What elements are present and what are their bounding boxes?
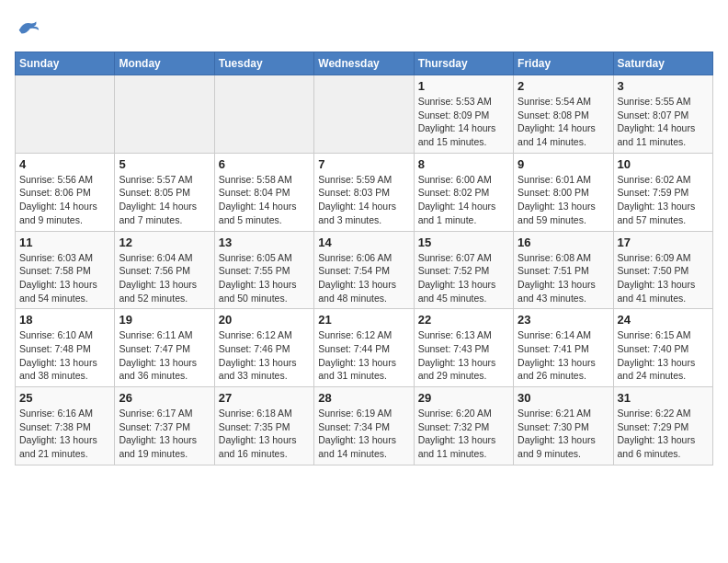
day-number: 14 (318, 236, 409, 249)
calendar-cell: 3Sunrise: 5:55 AM Sunset: 8:07 PM Daylig… (613, 75, 712, 154)
day-number: 5 (119, 157, 210, 171)
calendar-cell: 21Sunrise: 6:12 AM Sunset: 7:44 PM Dayli… (314, 309, 414, 387)
day-info: Sunrise: 6:11 AM Sunset: 7:47 PM Dayligh… (119, 328, 210, 383)
calendar-cell: 26Sunrise: 6:17 AM Sunset: 7:37 PM Dayli… (115, 387, 214, 465)
calendar-cell: 1Sunrise: 5:53 AM Sunset: 8:09 PM Daylig… (414, 75, 513, 154)
day-info: Sunrise: 6:08 AM Sunset: 7:51 PM Dayligh… (518, 251, 609, 305)
day-info: Sunrise: 6:03 AM Sunset: 7:58 PM Dayligh… (19, 251, 110, 305)
calendar-cell (115, 75, 214, 154)
calendar-cell: 17Sunrise: 6:09 AM Sunset: 7:50 PM Dayli… (613, 231, 712, 309)
day-number: 30 (518, 391, 609, 405)
day-info: Sunrise: 6:07 AM Sunset: 7:52 PM Dayligh… (418, 251, 509, 305)
calendar-cell: 13Sunrise: 6:05 AM Sunset: 7:55 PM Dayli… (214, 231, 313, 309)
page-header (15, 15, 713, 40)
column-header-sunday: Sunday (16, 52, 115, 75)
day-number: 4 (19, 157, 110, 171)
day-info: Sunrise: 6:22 AM Sunset: 7:29 PM Dayligh… (618, 407, 709, 461)
day-info: Sunrise: 5:54 AM Sunset: 8:08 PM Dayligh… (518, 95, 609, 149)
calendar-cell: 10Sunrise: 6:02 AM Sunset: 7:59 PM Dayli… (613, 153, 712, 231)
calendar-table: SundayMondayTuesdayWednesdayThursdayFrid… (15, 52, 713, 465)
day-number: 2 (518, 79, 609, 93)
calendar-week-4: 18Sunrise: 6:10 AM Sunset: 7:48 PM Dayli… (16, 309, 713, 387)
day-info: Sunrise: 6:19 AM Sunset: 7:34 PM Dayligh… (318, 407, 409, 461)
calendar-cell: 9Sunrise: 6:01 AM Sunset: 8:00 PM Daylig… (514, 153, 613, 231)
calendar-cell: 5Sunrise: 5:57 AM Sunset: 8:05 PM Daylig… (115, 153, 214, 231)
day-number: 15 (418, 236, 509, 249)
calendar-cell: 27Sunrise: 6:18 AM Sunset: 7:35 PM Dayli… (214, 387, 313, 465)
calendar-week-3: 11Sunrise: 6:03 AM Sunset: 7:58 PM Dayli… (16, 231, 713, 309)
calendar-cell: 18Sunrise: 6:10 AM Sunset: 7:48 PM Dayli… (16, 309, 115, 387)
day-number: 25 (19, 391, 110, 405)
calendar-cell: 19Sunrise: 6:11 AM Sunset: 7:47 PM Dayli… (115, 309, 214, 387)
calendar-header-row: SundayMondayTuesdayWednesdayThursdayFrid… (16, 52, 713, 75)
calendar-cell: 25Sunrise: 6:16 AM Sunset: 7:38 PM Dayli… (16, 387, 115, 465)
calendar-cell: 14Sunrise: 6:06 AM Sunset: 7:54 PM Dayli… (314, 231, 414, 309)
calendar-cell (314, 75, 414, 154)
day-info: Sunrise: 6:12 AM Sunset: 7:46 PM Dayligh… (219, 328, 310, 383)
day-info: Sunrise: 6:02 AM Sunset: 7:59 PM Dayligh… (618, 173, 709, 227)
calendar-cell (16, 75, 115, 154)
day-info: Sunrise: 6:20 AM Sunset: 7:32 PM Dayligh… (418, 407, 509, 461)
day-info: Sunrise: 5:55 AM Sunset: 8:07 PM Dayligh… (618, 95, 709, 149)
calendar-week-1: 1Sunrise: 5:53 AM Sunset: 8:09 PM Daylig… (16, 75, 713, 154)
day-number: 21 (318, 313, 409, 327)
calendar-cell: 7Sunrise: 5:59 AM Sunset: 8:03 PM Daylig… (314, 153, 414, 231)
day-number: 28 (318, 391, 409, 405)
day-info: Sunrise: 6:16 AM Sunset: 7:38 PM Dayligh… (19, 407, 110, 461)
day-number: 3 (618, 79, 709, 93)
day-number: 8 (418, 157, 509, 171)
day-number: 1 (418, 79, 509, 93)
column-header-saturday: Saturday (613, 52, 712, 75)
day-info: Sunrise: 6:18 AM Sunset: 7:35 PM Dayligh… (219, 407, 310, 461)
day-number: 17 (618, 236, 709, 249)
calendar-cell: 4Sunrise: 5:56 AM Sunset: 8:06 PM Daylig… (16, 153, 115, 231)
day-number: 19 (119, 313, 210, 327)
day-info: Sunrise: 6:21 AM Sunset: 7:30 PM Dayligh… (518, 407, 609, 461)
day-number: 20 (219, 313, 310, 327)
day-number: 12 (119, 236, 210, 249)
day-number: 13 (219, 236, 310, 249)
day-number: 31 (618, 391, 709, 405)
calendar-cell: 11Sunrise: 6:03 AM Sunset: 7:58 PM Dayli… (16, 231, 115, 309)
day-number: 24 (618, 313, 709, 327)
day-info: Sunrise: 6:00 AM Sunset: 8:02 PM Dayligh… (418, 173, 509, 227)
day-info: Sunrise: 5:58 AM Sunset: 8:04 PM Dayligh… (219, 173, 310, 227)
calendar-cell: 29Sunrise: 6:20 AM Sunset: 7:32 PM Dayli… (414, 387, 513, 465)
calendar-week-5: 25Sunrise: 6:16 AM Sunset: 7:38 PM Dayli… (16, 387, 713, 465)
logo-bird-icon (15, 15, 40, 40)
day-number: 22 (418, 313, 509, 327)
day-info: Sunrise: 6:01 AM Sunset: 8:00 PM Dayligh… (518, 173, 609, 227)
day-number: 26 (119, 391, 210, 405)
day-number: 18 (19, 313, 110, 327)
day-number: 29 (418, 391, 509, 405)
day-info: Sunrise: 5:57 AM Sunset: 8:05 PM Dayligh… (119, 173, 210, 227)
calendar-cell: 2Sunrise: 5:54 AM Sunset: 8:08 PM Daylig… (514, 75, 613, 154)
day-number: 23 (518, 313, 609, 327)
day-info: Sunrise: 6:05 AM Sunset: 7:55 PM Dayligh… (219, 251, 310, 305)
calendar-cell: 6Sunrise: 5:58 AM Sunset: 8:04 PM Daylig… (214, 153, 313, 231)
day-info: Sunrise: 6:17 AM Sunset: 7:37 PM Dayligh… (119, 407, 210, 461)
day-info: Sunrise: 5:53 AM Sunset: 8:09 PM Dayligh… (418, 95, 509, 149)
day-info: Sunrise: 5:56 AM Sunset: 8:06 PM Dayligh… (19, 173, 110, 227)
day-info: Sunrise: 6:04 AM Sunset: 7:56 PM Dayligh… (119, 251, 210, 305)
column-header-tuesday: Tuesday (214, 52, 313, 75)
day-number: 9 (518, 157, 609, 171)
calendar-cell: 8Sunrise: 6:00 AM Sunset: 8:02 PM Daylig… (414, 153, 513, 231)
day-number: 27 (219, 391, 310, 405)
calendar-cell: 23Sunrise: 6:14 AM Sunset: 7:41 PM Dayli… (514, 309, 613, 387)
day-info: Sunrise: 6:13 AM Sunset: 7:43 PM Dayligh… (418, 328, 509, 383)
column-header-thursday: Thursday (414, 52, 513, 75)
day-info: Sunrise: 6:06 AM Sunset: 7:54 PM Dayligh… (318, 251, 409, 305)
calendar-cell: 20Sunrise: 6:12 AM Sunset: 7:46 PM Dayli… (214, 309, 313, 387)
column-header-wednesday: Wednesday (314, 52, 414, 75)
calendar-cell: 24Sunrise: 6:15 AM Sunset: 7:40 PM Dayli… (613, 309, 712, 387)
calendar-cell: 22Sunrise: 6:13 AM Sunset: 7:43 PM Dayli… (414, 309, 513, 387)
day-number: 16 (518, 236, 609, 249)
day-number: 7 (318, 157, 409, 171)
column-header-monday: Monday (115, 52, 214, 75)
calendar-cell: 16Sunrise: 6:08 AM Sunset: 7:51 PM Dayli… (514, 231, 613, 309)
calendar-cell: 28Sunrise: 6:19 AM Sunset: 7:34 PM Dayli… (314, 387, 414, 465)
day-info: Sunrise: 6:09 AM Sunset: 7:50 PM Dayligh… (618, 251, 709, 305)
day-info: Sunrise: 6:14 AM Sunset: 7:41 PM Dayligh… (518, 328, 609, 383)
calendar-cell: 15Sunrise: 6:07 AM Sunset: 7:52 PM Dayli… (414, 231, 513, 309)
